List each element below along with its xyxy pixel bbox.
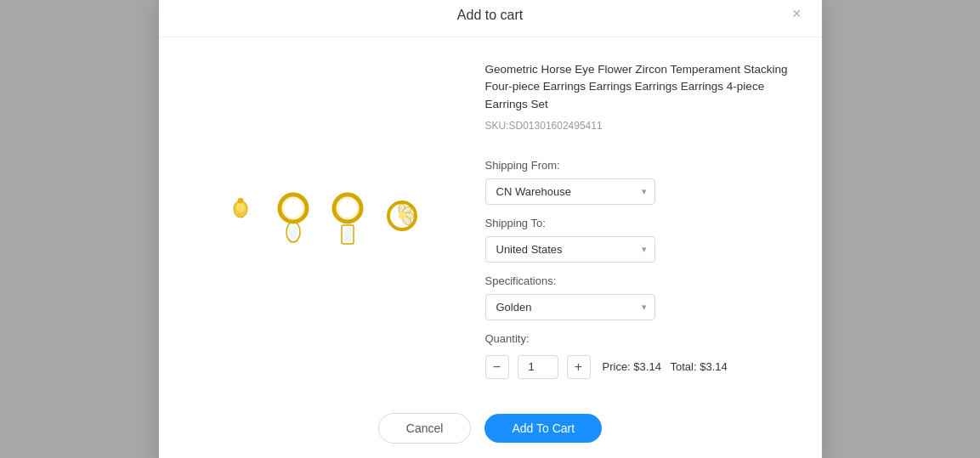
sku-value: SD01301602495411 <box>509 120 603 132</box>
shipping-to-label: Shipping To: <box>485 217 795 229</box>
product-sku: SKU:SD01301602495411 <box>485 120 795 132</box>
quantity-row: − + Price: $3.14 Total: $3.14 <box>485 355 795 379</box>
earring-image-2 <box>271 189 315 251</box>
svg-point-1 <box>236 202 245 212</box>
shipping-from-label: Shipping From: <box>485 159 795 172</box>
add-to-cart-button[interactable]: Add To Cart <box>484 414 602 443</box>
svg-rect-12 <box>344 229 348 232</box>
svg-point-18 <box>399 212 405 219</box>
specifications-label: Specifications: <box>485 274 795 287</box>
sku-label: SKU: <box>485 120 509 132</box>
earring-image-1 <box>220 197 261 243</box>
close-button[interactable]: × <box>789 3 805 25</box>
svg-point-7 <box>290 226 293 231</box>
product-name: Geometric Horse Eye Flower Zircon Temper… <box>485 61 795 113</box>
cancel-button[interactable]: Cancel <box>378 413 472 444</box>
shipping-from-select[interactable]: CN Warehouse US Warehouse <box>485 178 655 205</box>
specifications-wrapper: Golden Silver Rose Gold ▾ <box>485 294 655 320</box>
shipping-to-wrapper: United States United Kingdom Canada Aust… <box>485 236 655 263</box>
price-label: Price: <box>603 360 631 373</box>
quantity-increase-button[interactable]: + <box>567 355 591 379</box>
earring-image-3 <box>326 189 370 251</box>
product-images <box>186 61 458 379</box>
price-info: Price: $3.14 Total: $3.14 <box>603 360 728 373</box>
quantity-decrease-button[interactable]: − <box>485 355 509 379</box>
svg-point-9 <box>337 198 358 218</box>
price-value: $3.14 <box>633 360 661 373</box>
earring-image-4 <box>380 197 424 243</box>
shipping-from-wrapper: CN Warehouse US Warehouse ▾ <box>485 178 655 205</box>
modal-body: Geometric Horse Eye Flower Zircon Temper… <box>159 37 822 399</box>
total-label: Total: <box>671 360 697 373</box>
quantity-label: Quantity: <box>485 332 795 345</box>
specifications-select[interactable]: Golden Silver Rose Gold <box>485 294 655 320</box>
modal-header: Add to cart × <box>159 0 822 37</box>
shipping-to-select[interactable]: United States United Kingdom Canada Aust… <box>485 236 655 263</box>
svg-point-4 <box>283 198 303 218</box>
svg-point-2 <box>238 198 243 203</box>
product-details: Geometric Horse Eye Flower Zircon Temper… <box>485 61 795 379</box>
total-value: $3.14 <box>700 360 728 373</box>
modal-title: Add to cart <box>457 8 523 23</box>
quantity-input[interactable] <box>518 355 558 379</box>
modal-dialog: Add to cart × <box>159 0 822 458</box>
modal-footer: Cancel Add To Cart <box>159 399 822 458</box>
modal-overlay[interactable]: Add to cart × <box>0 0 980 458</box>
